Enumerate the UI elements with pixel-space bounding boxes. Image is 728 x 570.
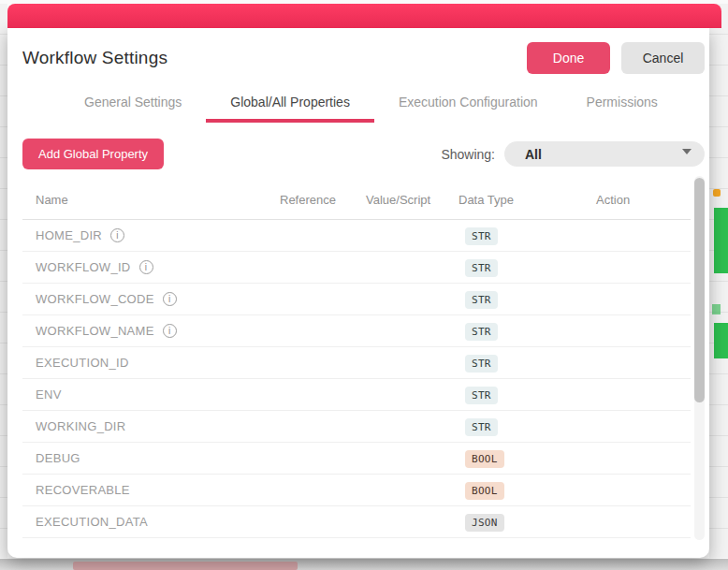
property-name-cell: WORKING_DIR (36, 419, 280, 433)
background-dimmed-button (73, 562, 298, 570)
column-header-name: Name (36, 193, 280, 207)
data-type-cell: BOOL (459, 449, 596, 468)
property-name-cell: HOME_DIR i (36, 228, 280, 242)
data-type-badge: STR (465, 355, 498, 373)
table-row: WORKFLOW_CODE i STR (22, 284, 691, 315)
data-type-cell: STR (459, 322, 596, 341)
background-green-bar (714, 323, 728, 358)
property-name: WORKING_DIR (36, 419, 125, 433)
table-row: WORKFLOW_ID i STR (22, 252, 691, 284)
scrollbar-thumb[interactable] (694, 178, 705, 402)
column-header-action: Action (596, 193, 691, 207)
add-global-property-button[interactable]: Add Global Property (22, 139, 164, 169)
info-icon[interactable]: i (110, 228, 124, 242)
data-type-badge: BOOL (465, 450, 504, 468)
background-yellow-marker (713, 189, 721, 197)
table-row: RECOVERABLE BOOL (22, 475, 691, 506)
property-name-cell: RECOVERABLE (36, 483, 280, 497)
data-type-cell: STR (459, 258, 596, 277)
properties-table: Name Reference Value/Script Data Type Ac… (22, 181, 691, 538)
column-header-reference: Reference (280, 193, 366, 207)
data-type-cell: STR (459, 354, 596, 373)
property-name: ENV (36, 387, 62, 402)
data-type-badge: BOOL (465, 482, 504, 500)
filter-group: Showing: All (441, 141, 705, 167)
data-type-cell: BOOL (459, 481, 596, 500)
tab-label: Execution Configuration (399, 95, 538, 110)
tab-item[interactable]: Global/All Properties (206, 95, 374, 123)
tab-label: Permissions (587, 95, 658, 110)
data-type-badge: STR (465, 259, 498, 277)
property-name: RECOVERABLE (36, 483, 130, 497)
data-type-cell: STR (459, 290, 596, 309)
showing-label: Showing: (441, 147, 495, 162)
property-name: WORKFLOW_ID (36, 260, 131, 274)
tab-label: General Settings (84, 95, 182, 110)
property-name-cell: DEBUG (36, 451, 280, 465)
property-name-cell: WORKFLOW_ID i (36, 260, 280, 274)
info-icon[interactable]: i (163, 324, 177, 338)
data-type-badge: STR (465, 418, 498, 436)
chevron-down-icon (682, 149, 692, 154)
property-name: EXECUTION_ID (36, 356, 129, 370)
property-name-cell: ENV (36, 387, 280, 402)
column-header-data-type: Data Type (459, 193, 596, 207)
table-row: EXECUTION_DATA JSON (22, 506, 691, 538)
background-green-mark (712, 304, 721, 314)
property-name-cell: EXECUTION_ID (36, 356, 280, 370)
dialog-title: Workflow Settings (22, 48, 527, 68)
background-left-strip (0, 4, 7, 558)
data-type-cell: STR (459, 417, 596, 436)
background-green-bar (714, 208, 728, 273)
table-row: EXECUTION_ID STR (22, 347, 691, 379)
data-type-badge: STR (465, 387, 498, 404)
data-type-badge: JSON (465, 514, 504, 532)
done-button[interactable]: Done (527, 42, 610, 74)
property-name-cell: WORKFLOW_CODE i (36, 292, 280, 306)
tab-bar: General Settings Global/All Properties E… (7, 95, 709, 123)
data-type-cell: JSON (459, 513, 596, 532)
data-type-badge: STR (465, 291, 498, 309)
background-right-strip (709, 4, 728, 558)
table-row: DEBUG BOOL (22, 443, 691, 475)
property-name: EXECUTION_DATA (36, 515, 148, 529)
property-name: HOME_DIR (36, 228, 102, 242)
data-type-badge: STR (465, 323, 498, 341)
property-name: WORKFLOW_CODE (36, 292, 154, 306)
tab-item[interactable]: General Settings (60, 95, 206, 123)
workflow-settings-dialog: Workflow Settings Done Cancel General Se… (7, 28, 709, 558)
data-type-cell: STR (459, 227, 596, 245)
table-row: HOME_DIR i STR (22, 220, 691, 252)
tab-item[interactable]: Execution Configuration (374, 95, 562, 123)
data-type-cell: STR (459, 386, 596, 404)
cancel-button[interactable]: Cancel (621, 42, 705, 74)
toolbar: Add Global Property Showing: All (7, 139, 709, 169)
tab-label: Global/All Properties (230, 95, 350, 110)
modal-top-accent-bar (7, 4, 721, 28)
dialog-header: Workflow Settings Done Cancel (7, 28, 709, 74)
property-name-cell: EXECUTION_DATA (36, 515, 280, 529)
info-icon[interactable]: i (163, 292, 177, 306)
tab-item[interactable]: Permissions (562, 95, 682, 123)
info-icon[interactable]: i (139, 260, 153, 274)
table-scrollbar[interactable] (694, 176, 705, 540)
filter-selected-value: All (525, 147, 542, 162)
table-row: WORKFLOW_NAME i STR (22, 315, 691, 347)
property-name-cell: WORKFLOW_NAME i (36, 324, 280, 338)
data-type-badge: STR (465, 227, 498, 245)
table-row: ENV STR (22, 379, 691, 411)
table-row: WORKING_DIR STR (22, 411, 691, 443)
property-name: DEBUG (36, 451, 80, 465)
table-header-row: Name Reference Value/Script Data Type Ac… (22, 181, 691, 220)
column-header-value-script: Value/Script (366, 193, 459, 207)
showing-filter-select[interactable]: All (504, 141, 705, 167)
property-name: WORKFLOW_NAME (36, 324, 154, 338)
